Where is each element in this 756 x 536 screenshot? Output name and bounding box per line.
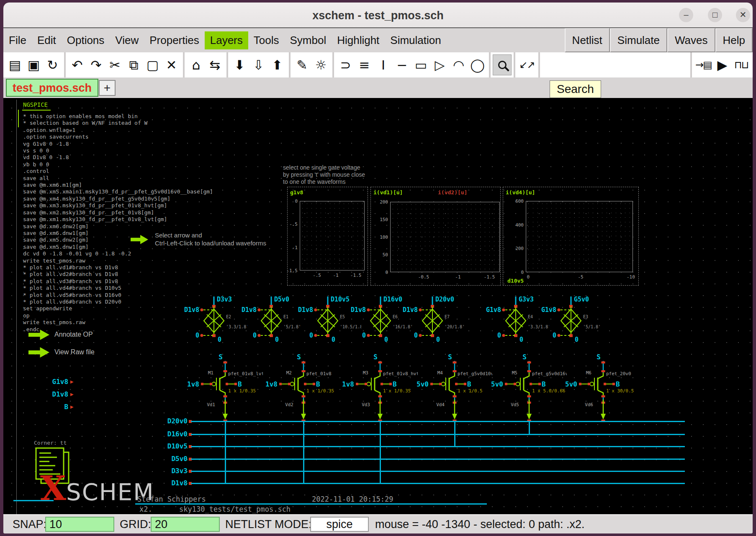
svg-text:D1v8: D1v8 — [298, 306, 313, 314]
bus-label[interactable]: D10v5 — [158, 442, 188, 450]
io-pin-d1v8[interactable]: D1v8► — [28, 390, 75, 398]
drain-wire[interactable] — [225, 422, 226, 483]
bus-label[interactable]: D3v3 — [158, 467, 188, 475]
line-icon[interactable]: − — [393, 54, 411, 75]
hierarchy-icon[interactable]: ≡ — [355, 54, 374, 75]
pmos-symbol[interactable]: SG1v8M2pfet_01v8B1 x 1/0.35Vd2 — [266, 353, 341, 423]
bus-label[interactable]: D20v0 — [158, 417, 188, 425]
level-shifter-symbol[interactable]: D20v0D1v800E7'20/1.8' — [401, 295, 466, 345]
drain-wire[interactable] — [380, 422, 381, 483]
arc-icon[interactable]: ◠ — [449, 54, 468, 75]
maximize-button[interactable]: □ — [708, 8, 722, 22]
minimize-button[interactable]: – — [679, 8, 693, 22]
zoom-extents-icon[interactable]: ↙↗ — [517, 54, 536, 75]
redo-icon[interactable]: ↷ — [87, 54, 105, 75]
io-pin-g1v8[interactable]: G1v8► — [28, 378, 75, 386]
netlist-button[interactable]: Netlist — [565, 28, 610, 52]
bus-wire[interactable] — [191, 446, 685, 447]
plot-label[interactable]: i(vd1)[u] — [373, 189, 403, 196]
search-icon[interactable] — [493, 54, 512, 75]
save-icon[interactable]: ▣ — [24, 54, 43, 75]
descend-schematic-icon[interactable]: ⬇ — [230, 54, 249, 75]
drain-wire[interactable] — [529, 422, 530, 434]
level-shifter-symbol[interactable]: D3v3D1v800E2'3.3/1.8' — [183, 295, 247, 345]
menu-item-file[interactable]: File — [3, 31, 32, 49]
pmos-symbol[interactable]: SG5v0M5pfet_g5v0d16v0B1 x 5.0/0.66Vd5 — [491, 353, 567, 423]
pmos-symbol[interactable]: SG5v0M6pfet_20v0B1 x 30/0.5Vd6 — [566, 353, 641, 423]
level-shifter-symbol[interactable]: G5v0G1v800E3'5/1.8' — [540, 295, 604, 345]
polygon-icon[interactable]: ▷ — [430, 54, 449, 75]
descend-symbol-icon[interactable]: ⇩ — [249, 54, 268, 75]
bus-wire[interactable] — [191, 421, 685, 422]
menu-item-view[interactable]: View — [110, 31, 144, 49]
bus-wire[interactable] — [191, 459, 685, 460]
plot-label[interactable]: g1v8 — [290, 189, 303, 196]
bus-label[interactable]: D5v0 — [158, 455, 188, 463]
view-raw-label[interactable]: View Raw file — [54, 348, 95, 356]
waveform-plot[interactable]: g1v80-.5-1-1.5-.5-1-1.5 — [287, 187, 368, 286]
tab-test-pmos[interactable]: test_pmos.sch — [6, 79, 98, 97]
drain-wire[interactable] — [454, 422, 455, 446]
go-back-icon[interactable]: ⬆ — [268, 54, 287, 75]
menu-item-symbol[interactable]: Symbol — [284, 31, 332, 49]
annotate-op-label[interactable]: Annotate OP — [54, 331, 93, 338]
pin-arrow-icon: ► — [69, 404, 75, 410]
swap-file-icon[interactable]: ⇆ — [206, 54, 224, 75]
drain-wire[interactable] — [303, 422, 304, 483]
pmos-symbol[interactable]: SG1v8M3pfet_01v8_hvtB1 x 1/0.35Vd3 — [342, 353, 418, 423]
bus-wire[interactable] — [191, 434, 685, 435]
brush-icon[interactable]: ✎ — [293, 54, 311, 75]
new-tab-button[interactable]: + — [99, 80, 116, 96]
menu-item-properties[interactable]: Properties — [144, 31, 205, 49]
plot-label[interactable]: i(vd4)[u] — [506, 189, 535, 196]
place-symbol-icon[interactable]: ⌂ — [187, 54, 206, 75]
delete-icon[interactable]: ✕ — [162, 54, 181, 75]
pmos-symbol[interactable]: SG5v0M4pfet_g5v0d10v5B1 x 1/0.5Vd4 — [417, 353, 492, 423]
menu-item-edit[interactable]: Edit — [32, 31, 62, 49]
circle-icon[interactable]: ◯ — [468, 54, 487, 75]
open-file-icon[interactable]: ▤ — [5, 54, 24, 75]
view-raw-arrow-icon[interactable] — [28, 347, 49, 358]
bus-label[interactable]: D1v8 — [158, 479, 188, 487]
component-icon[interactable]: ⊃ — [336, 54, 355, 75]
grid-input[interactable]: 20 — [151, 517, 220, 532]
snap-input[interactable]: 10 — [45, 517, 114, 532]
waves-icon[interactable]: ⊓⊔ — [732, 54, 751, 75]
simulate-button[interactable]: Simulate — [610, 28, 667, 52]
menu-item-tools[interactable]: Tools — [248, 31, 285, 49]
waves-button[interactable]: Waves — [667, 28, 715, 52]
plot-sublabel[interactable]: d10v5 — [507, 278, 524, 284]
menu-item-options[interactable]: Options — [62, 31, 110, 49]
simulate-icon[interactable]: ▶ — [713, 54, 732, 75]
netlist-mode-input[interactable]: spice — [310, 517, 369, 532]
waveform-plot[interactable]: i(vd1)[u]i(vd2)[u]200150100500-0.5-1-1.5 — [370, 187, 501, 286]
netlist-icon[interactable]: →▤ — [694, 54, 713, 75]
plot-label-2[interactable]: i(vd2)[u] — [438, 189, 467, 196]
menu-item-simulation[interactable]: Simulation — [385, 31, 446, 49]
title-bar[interactable]: xschem - test_pmos.sch – □ ✕ — [3, 3, 753, 28]
rectangle-icon[interactable]: ▭ — [411, 54, 430, 75]
level-shifter-symbol[interactable]: D5v0D1v800E1'5/1.8' — [240, 295, 305, 345]
svg-text:M6: M6 — [586, 370, 591, 376]
toolbar-group: ⬇⇩⬆ — [228, 52, 289, 77]
schematic-canvas[interactable]: NGSPICE * this option enables mos model … — [3, 98, 753, 518]
undo-icon[interactable]: ↶ — [68, 54, 87, 75]
svg-text:G5v0: G5v0 — [417, 380, 429, 388]
menu-item-highlight[interactable]: Highlight — [332, 31, 385, 49]
help-button[interactable]: Help — [715, 28, 753, 52]
paste-icon[interactable]: ▢ — [143, 54, 162, 75]
io-pin-b[interactable]: B► — [28, 403, 75, 411]
waveform-plot[interactable]: i(vd4)[u]60040020000-5-10d10v5 — [503, 187, 639, 286]
pmos-symbol[interactable]: SG1v8M1pfet_01v8_lvtB1 x 1/0.35Vd1 — [188, 353, 263, 423]
bus-wire[interactable] — [191, 483, 685, 484]
cut-icon[interactable]: ✂ — [105, 54, 124, 75]
reload-icon[interactable]: ↻ — [43, 54, 62, 75]
close-button[interactable]: ✕ — [736, 8, 750, 22]
wire-icon[interactable]: I — [374, 54, 393, 75]
copy-icon[interactable]: ⧉ — [124, 54, 143, 75]
bus-label[interactable]: D16v0 — [158, 430, 188, 438]
bus-wire[interactable] — [191, 471, 685, 472]
light-mode-icon[interactable]: ☼ — [311, 54, 330, 75]
ngspice-label[interactable]: NGSPICE — [23, 101, 48, 108]
menu-item-layers[interactable]: Layers — [205, 31, 248, 49]
